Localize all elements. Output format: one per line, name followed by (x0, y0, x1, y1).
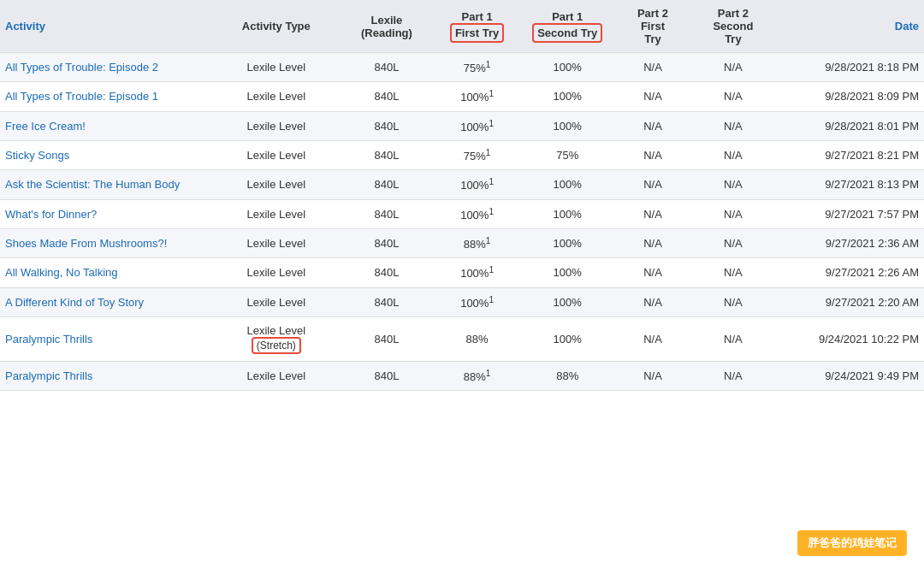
lexile-cell: 840L (341, 82, 432, 111)
p2-first-try-cell: N/A (613, 111, 693, 140)
table-row: Ask the Scientist: The Human BodyLexile … (0, 170, 924, 199)
lexile-cell: 840L (341, 258, 432, 287)
p2-second-try-cell: N/A (693, 287, 773, 316)
table-row: Shoes Made From Mushrooms?!Lexile Level8… (0, 228, 924, 257)
activity-type-cell: Lexile Level (211, 361, 342, 390)
activity-link[interactable]: All Walking, No Talking (5, 266, 118, 279)
col-header-type: Activity Type (211, 0, 342, 53)
stretch-badge: (Stretch) (252, 337, 301, 354)
p1-first-try-cell: 100%1 (432, 170, 523, 199)
col-header-date[interactable]: Date (773, 0, 924, 53)
p2-first-try-cell: N/A (613, 140, 693, 169)
activity-link[interactable]: Sticky Songs (5, 149, 69, 162)
table-row: Paralympic ThrillsLexile Level840L88%188… (0, 361, 924, 390)
p2-second-try-cell: N/A (693, 82, 773, 111)
p1-first-try-cell: 100%1 (432, 287, 523, 316)
p2-second-try-cell: N/A (693, 316, 773, 361)
table-row: All Types of Trouble: Episode 1Lexile Le… (0, 82, 924, 111)
p1-first-try-cell: 100%1 (432, 258, 523, 287)
superscript: 1 (486, 60, 491, 69)
lexile-cell: 840L (341, 287, 432, 316)
activity-table: Activity Activity Type Lexile (Reading) … (0, 0, 924, 391)
lexile-cell: 840L (341, 228, 432, 257)
activity-link[interactable]: All Types of Trouble: Episode 2 (5, 61, 158, 74)
superscript: 1 (489, 177, 494, 186)
p2-first-label: Part 2 (618, 7, 688, 20)
col-header-p1-second: Part 1 Second Try (522, 0, 613, 53)
p1-first-try-cell: 75%1 (432, 53, 523, 82)
activity-type-cell: Lexile Level (211, 111, 342, 140)
superscript: 1 (489, 89, 494, 98)
activity-type-cell: Lexile Level (211, 82, 342, 111)
p1-first-try-cell: 75%1 (432, 140, 523, 169)
col-header-p2-second: Part 2 Second Try (693, 0, 773, 53)
activity-link[interactable]: Shoes Made From Mushrooms?! (5, 237, 167, 250)
table-row: Free Ice Cream!Lexile Level840L100%1100%… (0, 111, 924, 140)
p1-second-try-cell: 100% (522, 258, 613, 287)
p1-second-try-cell: 100% (522, 316, 613, 361)
p1-first-try-cell: 88%1 (432, 361, 523, 390)
activity-link[interactable]: Paralympic Thrills (5, 333, 92, 346)
col-header-lexile: Lexile (Reading) (341, 0, 432, 53)
date-cell: 9/27/2021 2:20 AM (773, 287, 924, 316)
activity-link[interactable]: Paralympic Thrills (5, 369, 92, 382)
activity-type-cell: Lexile Level (211, 53, 342, 82)
activity-cell: Ask the Scientist: The Human Body (0, 170, 211, 199)
date-cell: 9/27/2021 2:26 AM (773, 258, 924, 287)
table-row: All Types of Trouble: Episode 2Lexile Le… (0, 53, 924, 82)
activity-cell: All Types of Trouble: Episode 1 (0, 82, 211, 111)
activity-sort-link[interactable]: Activity (5, 20, 45, 32)
lexile-cell: 840L (341, 140, 432, 169)
p1-second-try-label: Second Try (532, 23, 602, 43)
activity-cell: A Different Kind of Toy Story (0, 287, 211, 316)
activity-link[interactable]: What's for Dinner? (5, 208, 97, 221)
activity-link[interactable]: All Types of Trouble: Episode 1 (5, 90, 158, 103)
activity-cell: Free Ice Cream! (0, 111, 211, 140)
activity-cell: All Walking, No Talking (0, 258, 211, 287)
lexile-cell: 840L (341, 361, 432, 390)
p1-second-try-cell: 88% (522, 361, 613, 390)
activity-type-cell: Lexile Level (211, 140, 342, 169)
table-header-row: Activity Activity Type Lexile (Reading) … (0, 0, 924, 53)
p2-second-try-cell: N/A (693, 199, 773, 228)
p2-first-try-cell: N/A (613, 228, 693, 257)
p2-second-try-cell: N/A (693, 228, 773, 257)
activity-cell: Paralympic Thrills (0, 361, 211, 390)
date-sort-link[interactable]: Date (895, 20, 919, 32)
p2-first-try-cell: N/A (613, 361, 693, 390)
p2-first-label2: First (618, 20, 688, 32)
activity-link[interactable]: A Different Kind of Toy Story (5, 296, 144, 309)
p2-second-try-cell: N/A (693, 111, 773, 140)
superscript: 1 (489, 265, 494, 275)
activity-type-cell: Lexile Level (211, 228, 342, 257)
date-cell: 9/28/2021 8:09 PM (773, 82, 924, 111)
p1-first-try-cell: 100%1 (432, 111, 523, 140)
activity-type-cell: Lexile Level (211, 258, 342, 287)
lexile-header-line2: (Reading) (346, 27, 427, 39)
p1-first-try-cell: 88% (432, 316, 523, 361)
activity-link[interactable]: Ask the Scientist: The Human Body (5, 178, 180, 191)
date-cell: 9/27/2021 7:57 PM (773, 199, 924, 228)
p1-first-try-cell: 100%1 (432, 82, 523, 111)
activity-cell: All Types of Trouble: Episode 2 (0, 53, 211, 82)
lexile-header-line1: Lexile (346, 14, 427, 27)
superscript: 1 (489, 119, 494, 128)
col-header-activity[interactable]: Activity (0, 0, 211, 53)
activity-cell: Shoes Made From Mushrooms?! (0, 228, 211, 257)
p2-second-try-cell: N/A (693, 140, 773, 169)
p2-first-try-cell: N/A (613, 53, 693, 82)
p1-second-try-cell: 100% (522, 228, 613, 257)
p2-first-try-cell: N/A (613, 82, 693, 111)
p2-second-try-cell: N/A (693, 170, 773, 199)
p2-first-try-cell: N/A (613, 199, 693, 228)
activity-cell: Sticky Songs (0, 140, 211, 169)
col-header-p1-first: Part 1 First Try (432, 0, 523, 53)
p2-second-try-cell: N/A (693, 258, 773, 287)
activity-link[interactable]: Free Ice Cream! (5, 120, 86, 133)
date-cell: 9/27/2021 8:13 PM (773, 170, 924, 199)
p2-first-try-cell: N/A (613, 170, 693, 199)
lexile-cell: 840L (341, 199, 432, 228)
table-row: A Different Kind of Toy StoryLexile Leve… (0, 287, 924, 316)
p1-label2: Part 1 (527, 10, 607, 23)
p1-second-try-cell: 75% (522, 140, 613, 169)
